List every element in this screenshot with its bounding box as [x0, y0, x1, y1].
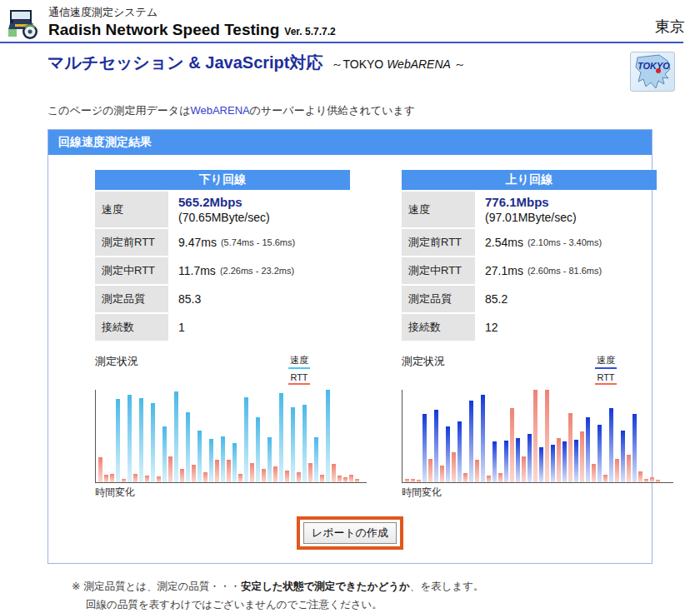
- rtt-bar: [297, 472, 301, 482]
- tokyo-badge-text: TOKYO: [638, 61, 670, 71]
- speed-bar: [539, 447, 543, 482]
- download-chart-legend: 速度 RTT: [288, 354, 310, 388]
- quality-label: 測定品質: [95, 286, 168, 312]
- legend-speed: 速度: [595, 354, 617, 369]
- rtt-bar: [133, 474, 138, 482]
- download-chart: [95, 390, 367, 483]
- rtt-bar: [308, 463, 312, 482]
- speed-value: 565.2Mbps: [178, 195, 270, 209]
- speed-value-cell: 565.2Mbps (70.65MByte/sec): [168, 192, 350, 227]
- rtt-during-cell: 11.7ms(2.26ms - 23.2ms): [168, 257, 350, 284]
- annotation-highlight-box: レポートの作成: [297, 516, 403, 550]
- note-quality-line2: 回線の品質を表すわけではございませんのでご注意ください。: [86, 596, 700, 613]
- heading-suffix: ～TOKYO WebARENA ～: [331, 57, 465, 71]
- rtt-bar: [615, 459, 619, 482]
- rtt-bar: [411, 479, 415, 482]
- speed-bytes: (97.01MByte/sec): [485, 211, 577, 224]
- speed-bar: [632, 414, 637, 482]
- panel-body: 下り回線 速度 565.2Mbps (70.65MByte/sec) 測定前RT…: [48, 155, 652, 563]
- rtt-bar: [98, 457, 102, 482]
- intro-pre: このページの測定用データは: [48, 104, 190, 117]
- rtt-bar: [180, 469, 184, 482]
- create-report-button[interactable]: レポートの作成: [303, 522, 397, 544]
- note-quality-post: 、を表します。: [410, 581, 484, 592]
- speed-bar: [314, 437, 318, 482]
- rtt-during-range: (2.60ms - 81.6ms): [528, 266, 602, 276]
- rtt-bar: [417, 480, 421, 482]
- rtt-bar: [203, 472, 208, 482]
- rtt-bar: [656, 480, 660, 482]
- rtt-bar: [452, 452, 456, 482]
- table-row-connections: 接続数 12: [402, 314, 657, 341]
- tokyo-map-icon: TOKYO: [631, 52, 674, 91]
- table-row-quality: 測定品質 85.3: [95, 286, 350, 312]
- download-column: 下り回線 速度 565.2Mbps (70.65MByte/sec) 測定前RT…: [95, 170, 367, 500]
- speed-bar: [198, 431, 202, 482]
- app-logo-icon: [8, 7, 43, 40]
- upload-chart-xlabel: 時間変化: [402, 486, 673, 500]
- rtt-bar: [487, 476, 491, 482]
- app-title: Radish Network Speed Testing: [48, 21, 279, 38]
- page-title: Radish Network Speed TestingVer. 5.7.7.2: [48, 21, 655, 39]
- quality-label: 測定品質: [402, 286, 475, 312]
- rtt-during-value: 11.7ms: [178, 264, 216, 277]
- speed-bar: [116, 399, 120, 482]
- rtt-bar: [215, 460, 219, 482]
- upload-column: 上り回線 速度 776.1Mbps (97.01MByte/sec) 測定前RT…: [402, 170, 673, 500]
- rtt-before-cell: 2.54ms(2.10ms - 3.40ms): [475, 229, 657, 256]
- speed-bar: [481, 395, 485, 482]
- rtt-bar: [638, 471, 642, 482]
- rtt-during-cell: 27.1ms(2.60ms - 81.6ms): [475, 257, 657, 284]
- speed-bar: [174, 391, 178, 482]
- speed-bar: [598, 425, 602, 482]
- chart-title: 測定状況: [402, 354, 445, 369]
- quality-value: 85.3: [168, 286, 350, 312]
- speed-bar: [186, 412, 190, 482]
- connections-label: 接続数: [95, 314, 168, 341]
- speed-bar: [504, 441, 508, 482]
- download-table: 下り回線 速度 565.2Mbps (70.65MByte/sec) 測定前RT…: [95, 170, 350, 341]
- webarena-link[interactable]: WebARENA: [190, 104, 249, 117]
- rtt-bar: [285, 471, 289, 482]
- speed-bar: [232, 443, 237, 482]
- rtt-bar: [332, 464, 336, 482]
- speed-bar: [244, 397, 248, 482]
- speed-bar: [302, 405, 307, 482]
- rtt-bar: [592, 464, 596, 482]
- upload-table: 上り回線 速度 776.1Mbps (97.01MByte/sec) 測定前RT…: [402, 170, 657, 341]
- speed-bar: [458, 421, 462, 482]
- table-row-speed: 速度 776.1Mbps (97.01MByte/sec): [402, 192, 657, 227]
- rtt-bar: [580, 431, 584, 482]
- speed-bar: [492, 441, 497, 482]
- rtt-bar: [110, 474, 114, 482]
- rtt-before-value: 2.54ms: [485, 236, 523, 249]
- rtt-bar: [168, 456, 172, 482]
- rtt-bar: [122, 479, 126, 482]
- speed-bar: [516, 438, 520, 482]
- connections-value: 12: [475, 314, 657, 341]
- rtt-bar: [157, 476, 161, 482]
- table-row-rtt-before: 測定前RTT 2.54ms(2.10ms - 3.40ms): [402, 229, 657, 256]
- rtt-bar: [498, 473, 502, 482]
- legend-rtt: RTT: [595, 372, 617, 385]
- legend-rtt: RTT: [288, 372, 310, 385]
- rtt-bar: [104, 475, 108, 482]
- speed-bar: [151, 403, 155, 482]
- rtt-before-range: (5.74ms - 15.6ms): [221, 237, 295, 247]
- note-quality-pre: 測定品質とは、測定の品質・・・: [83, 581, 240, 592]
- rtt-during-label: 測定中RTT: [402, 257, 475, 284]
- upload-table-header: 上り回線: [402, 170, 657, 190]
- quality-value: 85.2: [475, 286, 657, 312]
- rtt-bar: [603, 475, 608, 482]
- header-divider: [0, 42, 683, 43]
- speed-bar: [326, 390, 330, 482]
- rtt-before-range: (2.10ms - 3.40ms): [528, 237, 602, 247]
- speed-bar: [268, 437, 272, 482]
- speed-label: 速度: [95, 192, 168, 227]
- rtt-bar: [273, 466, 278, 482]
- rtt-bar: [568, 413, 572, 482]
- rtt-bar: [227, 460, 231, 482]
- upload-chart-head: 測定状況 速度 RTT: [402, 354, 673, 388]
- rtt-bar: [428, 459, 432, 482]
- table-row-speed: 速度 565.2Mbps (70.65MByte/sec): [95, 192, 350, 227]
